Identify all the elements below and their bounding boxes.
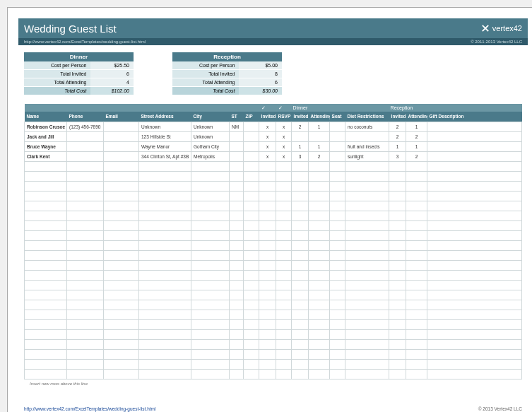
cell[interactable] [139, 290, 191, 300]
cell[interactable] [25, 191, 67, 201]
cell[interactable] [230, 270, 244, 280]
cell[interactable]: x [276, 122, 292, 131]
cell[interactable] [139, 211, 191, 220]
cell[interactable] [427, 319, 522, 329]
cell[interactable] [406, 250, 427, 260]
cell[interactable] [389, 191, 406, 201]
cell[interactable] [406, 220, 427, 230]
cell[interactable] [139, 171, 191, 181]
cell[interactable] [191, 270, 230, 280]
cell[interactable] [191, 191, 230, 201]
cell[interactable] [139, 260, 191, 270]
cell[interactable] [25, 349, 67, 359]
cell[interactable]: x [259, 131, 276, 141]
cell[interactable] [191, 250, 230, 260]
cell[interactable] [427, 349, 522, 359]
table-row[interactable] [25, 161, 522, 171]
cell[interactable] [104, 319, 139, 329]
cell[interactable] [406, 359, 427, 369]
cell[interactable] [67, 300, 104, 310]
cell[interactable]: 123 Hillside St [139, 131, 191, 141]
cell[interactable] [244, 369, 259, 379]
cell[interactable] [139, 369, 191, 379]
cell[interactable]: x [259, 122, 276, 131]
cell[interactable] [276, 280, 292, 290]
table-row[interactable] [25, 310, 522, 319]
cell[interactable]: Unknown [139, 122, 191, 131]
cell[interactable] [309, 300, 330, 310]
cell[interactable]: 1 [406, 141, 427, 151]
cell[interactable] [104, 290, 139, 300]
cell[interactable] [67, 211, 104, 220]
cell[interactable] [104, 131, 139, 141]
cell[interactable] [330, 122, 345, 131]
table-row[interactable] [25, 240, 522, 250]
cell[interactable] [259, 290, 276, 300]
cell[interactable] [259, 339, 276, 349]
cell[interactable] [406, 240, 427, 250]
cell[interactable] [345, 181, 389, 191]
cell[interactable] [104, 151, 139, 161]
cell[interactable] [427, 329, 522, 339]
table-row[interactable]: Robinson Crusoe(123) 456-7890UnknownUnkn… [25, 122, 522, 131]
cell[interactable]: Jack and Jill [25, 131, 67, 141]
cell[interactable]: x [276, 151, 292, 161]
cell[interactable] [309, 369, 330, 379]
cell[interactable] [345, 201, 389, 211]
table-row[interactable]: Bruce WayneWayne ManorGotham Cityxx11fru… [25, 141, 522, 151]
cell[interactable] [230, 329, 244, 339]
cell[interactable] [330, 290, 345, 300]
cell[interactable] [330, 141, 345, 151]
cell[interactable] [345, 290, 389, 300]
cell[interactable] [104, 260, 139, 270]
cell[interactable] [345, 369, 389, 379]
cell[interactable] [259, 181, 276, 191]
cell[interactable] [67, 310, 104, 319]
cell[interactable] [330, 191, 345, 201]
cell[interactable] [330, 369, 345, 379]
cell[interactable] [230, 191, 244, 201]
cell[interactable] [309, 181, 330, 191]
cell[interactable] [139, 280, 191, 290]
cell[interactable] [406, 280, 427, 290]
cell[interactable] [406, 260, 427, 270]
cell[interactable] [25, 339, 67, 349]
cell[interactable] [389, 201, 406, 211]
cell[interactable] [345, 220, 389, 230]
cell[interactable] [244, 359, 259, 369]
cell[interactable] [104, 191, 139, 201]
cell[interactable] [104, 329, 139, 339]
cell[interactable] [104, 122, 139, 131]
cell[interactable] [276, 240, 292, 250]
cell[interactable] [104, 270, 139, 280]
cell[interactable] [406, 191, 427, 201]
cell[interactable] [191, 230, 230, 240]
cell[interactable] [104, 349, 139, 359]
cell[interactable] [139, 329, 191, 339]
cell[interactable] [230, 349, 244, 359]
cell[interactable] [67, 349, 104, 359]
cell[interactable]: 2 [389, 131, 406, 141]
cell[interactable] [345, 260, 389, 270]
cell[interactable] [276, 161, 292, 171]
cell[interactable] [427, 369, 522, 379]
cell[interactable] [259, 329, 276, 339]
cell[interactable] [330, 220, 345, 230]
cell[interactable] [427, 230, 522, 240]
cell[interactable] [244, 250, 259, 260]
cell[interactable]: x [276, 141, 292, 151]
cell[interactable] [67, 181, 104, 191]
cell[interactable] [276, 211, 292, 220]
cell[interactable] [345, 329, 389, 339]
cell[interactable] [25, 211, 67, 220]
cell[interactable] [309, 201, 330, 211]
cell[interactable] [244, 181, 259, 191]
cell[interactable] [139, 349, 191, 359]
cell[interactable] [292, 329, 309, 339]
cell[interactable] [259, 300, 276, 310]
cell[interactable] [292, 270, 309, 280]
cell[interactable] [259, 240, 276, 250]
cell[interactable] [230, 260, 244, 270]
cell[interactable] [292, 181, 309, 191]
cell[interactable] [139, 161, 191, 171]
